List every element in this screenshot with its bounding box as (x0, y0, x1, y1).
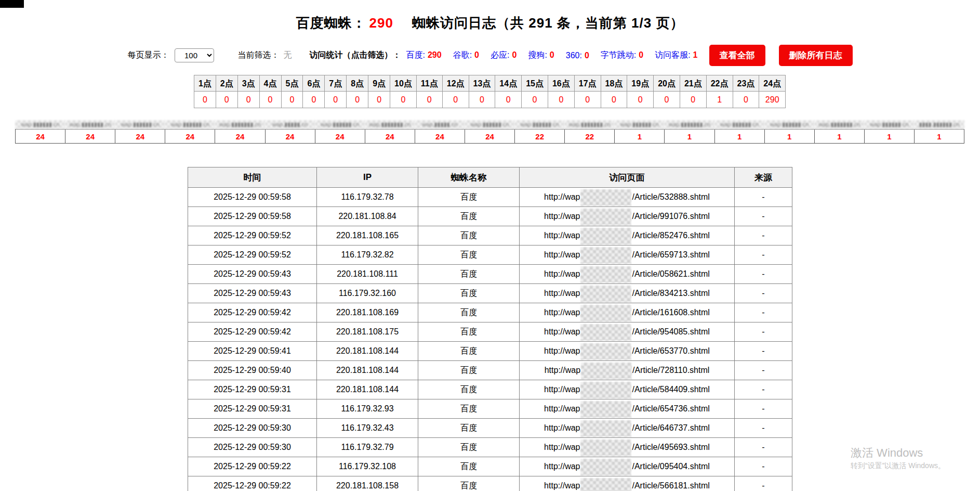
ip-cell: 220.181.108.169 (317, 303, 418, 322)
source-cell: - (735, 322, 792, 342)
spider-stat-value: 1 (693, 50, 698, 59)
hour-label: 24点 (759, 75, 786, 92)
hour-count: 0 (368, 92, 390, 108)
hour-column: 7点 0 (324, 75, 347, 108)
spider-cell: 百度 (418, 342, 520, 361)
hour-count: 0 (194, 92, 216, 108)
log-row: 2025-12-29 00:59:52 220.181.108.165 百度 h… (188, 226, 792, 246)
spider-cell: 百度 (418, 399, 520, 419)
censored-domain-block (580, 343, 631, 360)
domain-visit-count: 24 (215, 129, 265, 144)
spider-stat-filter[interactable]: 360:0 (566, 51, 589, 60)
per-page-select[interactable]: 100 (175, 48, 214, 62)
domain-column: ▮▮▮▮.▮▮▮▮▮▮.cn 1 (914, 120, 964, 144)
log-row: 2025-12-29 00:59:22 116.179.32.108 百度 ht… (188, 457, 792, 476)
domain-column: wap.▮▮▮▮▮▮▮.cn 24 (365, 120, 415, 144)
hourly-stats-table: 1点 0 2点 0 3点 0 4点 0 5点 0 6点 0 7点 0 (194, 75, 786, 108)
hour-column: 10点 0 (390, 75, 417, 108)
hour-label: 23点 (733, 75, 760, 92)
hour-column: 20点 0 (653, 75, 680, 108)
domain-name-blurred: wap.▮▮▮▮▮▮▮.cn (664, 120, 714, 129)
hour-column: 6点 0 (302, 75, 325, 108)
source-cell: - (735, 188, 792, 207)
censored-domain-block (580, 401, 631, 418)
hour-column: 13点 0 (469, 75, 496, 108)
spider-stat-filter[interactable]: 谷歌:0 (453, 50, 479, 61)
domain-name-blurred: wap.▮▮▮▮▮.cn (415, 120, 465, 129)
url-cell: http://wap/Article/095404.shtml (520, 457, 735, 476)
hour-label: 15点 (521, 75, 548, 92)
spider-stat-filter[interactable]: 必应:0 (491, 50, 517, 61)
domain-visit-count: 24 (265, 129, 315, 144)
time-cell: 2025-12-29 00:59:41 (188, 342, 317, 361)
domain-column: wap.▮▮▮▮▮▮.cn 1 (714, 120, 765, 144)
col-header-url: 访问页面 (520, 167, 735, 188)
hour-label: 7点 (324, 75, 347, 92)
censored-domain-block (580, 478, 631, 491)
domain-visit-count: 1 (764, 129, 815, 144)
domain-column: wap.▮▮▮▮▮▮.cn 24 (465, 120, 515, 144)
hour-count: 0 (237, 92, 260, 108)
hour-count: 0 (548, 92, 575, 108)
spider-stat-value: 0 (550, 50, 554, 59)
source-cell: - (735, 265, 792, 284)
url-cell: http://wap/Article/834213.shtml (520, 284, 735, 303)
time-cell: 2025-12-29 00:59:31 (188, 399, 317, 419)
domain-column: wap.▮▮▮▮▮▮.cn 24 (115, 120, 165, 144)
domain-name-blurred: wap.▮▮▮▮▮▮▮.cn (814, 120, 865, 129)
spider-stats: 百度:290 谷歌:0 必应:0 搜狗:0 360:0 字节跳动:0 访问客服:… (406, 50, 709, 61)
url-prefix: http://wap (544, 423, 580, 432)
hour-column: 19点 0 (627, 75, 654, 108)
hour-count: 0 (627, 92, 654, 108)
hour-label: 5点 (281, 75, 303, 92)
source-cell: - (735, 457, 792, 476)
censored-domain-block (580, 459, 631, 475)
domain-visit-count: 22 (564, 129, 615, 144)
hour-label: 17点 (574, 75, 601, 92)
hour-count: 0 (302, 92, 325, 108)
domain-visit-count: 24 (65, 129, 115, 144)
url-suffix: /Article/728110.shtml (632, 366, 709, 374)
hour-count: 0 (281, 92, 303, 108)
hour-count: 0 (733, 92, 760, 108)
hour-count: 0 (495, 92, 522, 108)
url-suffix: /Article/584409.shtml (632, 385, 709, 394)
delete-all-logs-button[interactable]: 删除所有日志 (779, 45, 853, 66)
spider-cell: 百度 (418, 246, 520, 265)
spider-stat-filter[interactable]: 字节跳动:0 (601, 50, 643, 61)
spider-stat-value: 0 (639, 50, 643, 59)
hour-label: 14点 (495, 75, 522, 92)
spider-stat-filter[interactable]: 百度:290 (406, 50, 442, 61)
url-prefix: http://wap (544, 192, 580, 201)
log-row: 2025-12-29 00:59:31 116.179.32.93 百度 htt… (188, 399, 792, 419)
domain-name-blurred: wap.▮▮▮▮▮▮▮.cn (215, 120, 265, 129)
current-filter-label: 当前筛选： (238, 50, 280, 59)
url-cell: http://wap/Article/659713.shtml (520, 246, 735, 265)
censored-domain-block (580, 247, 631, 264)
spider-stat-filter[interactable]: 访问客服:1 (655, 50, 697, 61)
url-prefix: http://wap (544, 462, 580, 471)
col-header-time: 时间 (188, 167, 317, 188)
domain-column: wap.▮▮▮▮▮.cn 24 (265, 120, 315, 144)
hour-column: 3点 0 (237, 75, 260, 108)
hour-column: 2点 0 (216, 75, 238, 108)
domain-name-blurred: wap.▮▮▮▮▮▮.cn (764, 120, 815, 129)
domain-visit-count: 1 (914, 129, 964, 144)
url-suffix: /Article/659713.shtml (632, 250, 709, 259)
hour-label: 20点 (653, 75, 680, 92)
view-all-button[interactable]: 查看全部 (709, 45, 765, 66)
ip-cell: 116.179.32.78 (317, 188, 418, 207)
spider-stat-label: 字节跳动: (601, 50, 636, 59)
url-cell: http://wap/Article/566181.shtml (520, 476, 735, 491)
domain-visit-count: 24 (365, 129, 415, 144)
spider-stat-label: 360: (566, 51, 582, 60)
time-cell: 2025-12-29 00:59:43 (188, 284, 317, 303)
hour-column: 22点 1 (706, 75, 733, 108)
ip-cell: 116.179.32.43 (317, 419, 418, 438)
hour-label: 4点 (259, 75, 282, 92)
ip-cell: 220.181.108.111 (317, 265, 418, 284)
spider-stat-filter[interactable]: 搜狗:0 (528, 50, 554, 61)
hour-label: 3点 (237, 75, 260, 92)
censored-domain-block (580, 286, 631, 302)
hour-label: 22点 (706, 75, 733, 92)
